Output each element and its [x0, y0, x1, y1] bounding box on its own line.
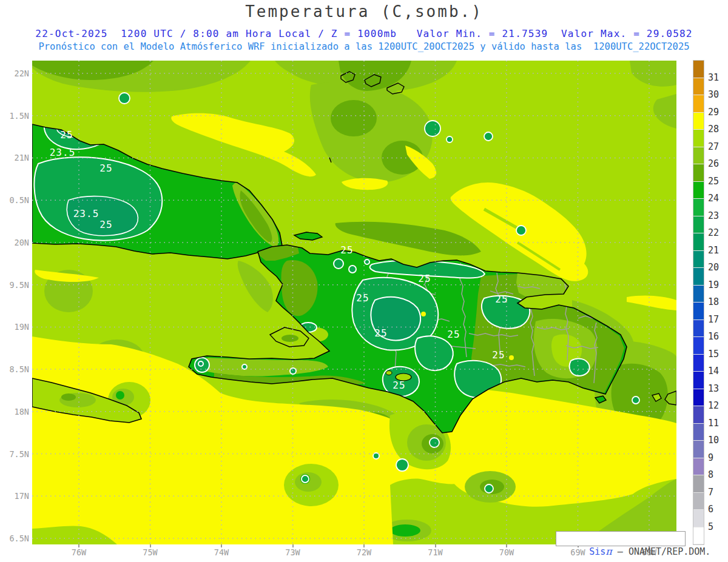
colorbar-segment — [693, 113, 704, 130]
colorbar-tick-17: 17 — [708, 315, 728, 325]
lat-label-9.5N: 9.5N — [1, 280, 29, 290]
watermark-sis: Sis — [589, 546, 605, 557]
lon-label-71W: 71W — [416, 547, 455, 557]
colorbar-segment — [693, 372, 704, 389]
colorbar-segment — [693, 320, 704, 338]
el-seibo-blob — [570, 358, 590, 376]
colorbar-segment — [693, 406, 704, 424]
colorbar-segment — [693, 424, 704, 441]
contour-label-25: 25 — [447, 329, 460, 340]
colorbar-segment — [693, 337, 704, 355]
temperature-field-map — [32, 61, 676, 544]
colorbar-tick-20: 20 — [708, 263, 728, 273]
colorbar-segment — [693, 303, 704, 320]
lon-label-70W: 70W — [487, 547, 526, 557]
lat-label-17N: 17N — [1, 491, 29, 501]
colorbar-segment — [693, 233, 704, 251]
colorbar-segment — [693, 182, 704, 199]
colorbar-tick-16: 16 — [708, 332, 728, 342]
colorbar-segment — [693, 389, 704, 407]
colorbar-tick-18: 18 — [708, 297, 728, 307]
lon-label-74W: 74W — [202, 547, 241, 557]
lon-tick — [150, 544, 151, 547]
colorbar-segment — [693, 268, 704, 286]
colorbar-segment — [693, 286, 704, 303]
colorbar-tick-9: 9 — [708, 453, 728, 463]
forecast-datetime-line: 22-Oct-2025 1200 UTC / 8:00 am Hora Loca… — [0, 28, 728, 39]
lat-label-18N: 18N — [1, 407, 29, 416]
colorbar-segment — [693, 61, 704, 78]
contour-label-23.5: 23.5 — [73, 208, 99, 219]
colorbar-tick-21: 21 — [708, 246, 728, 256]
contour-label-25: 25 — [99, 162, 112, 174]
lat-label-22N: 22N — [1, 69, 29, 78]
colorbar-tick-7: 7 — [708, 487, 728, 498]
contour-label-25: 25 — [340, 244, 353, 256]
colorbar-segment — [693, 527, 704, 545]
lon-label-73W: 73W — [274, 547, 312, 557]
contour-label-25: 25 — [418, 273, 431, 284]
colorbar-tick-31: 31 — [708, 73, 728, 83]
colorbar-tick-30: 30 — [708, 90, 728, 100]
colorbar-segment — [693, 510, 704, 527]
colorbar-segment — [693, 95, 704, 113]
colorbar-segment — [693, 355, 704, 372]
contour-label-25: 25 — [492, 349, 505, 361]
colorbar-segment — [693, 475, 704, 493]
lon-tick — [78, 544, 79, 547]
contour-label-25: 25 — [495, 293, 508, 305]
colorbar-tick-13: 13 — [708, 384, 728, 394]
colorbar-tick-19: 19 — [708, 280, 728, 290]
lat-label-8.5N: 8.5N — [1, 364, 29, 374]
colorbar-tick-15: 15 — [708, 349, 728, 360]
contour-label-25: 25 — [393, 380, 405, 391]
weather-map-page: Temperatura (C,somb.) 22-Oct-2025 1200 U… — [0, 0, 728, 562]
colorbar-tick-25: 25 — [708, 176, 728, 187]
colorbar-segment — [693, 441, 704, 458]
contour-label-25: 25 — [60, 129, 73, 141]
watermark-agency: – ONAMET/REP.DOM. — [612, 546, 711, 557]
colorbar — [693, 61, 704, 544]
colorbar-tick-8: 8 — [708, 470, 728, 480]
colorbar-tick-26: 26 — [708, 159, 728, 169]
colorbar-segment — [693, 251, 704, 269]
pi-symbol: π — [605, 546, 612, 557]
lon-tick — [363, 544, 365, 547]
colorbar-segment — [693, 130, 704, 147]
colorbar-tick-10: 10 — [708, 435, 728, 446]
lon-label-76W: 76W — [59, 547, 98, 557]
colorbar-segment — [693, 458, 704, 476]
colorbar-tick-12: 12 — [708, 401, 728, 411]
lat-label-1.5N: 1.5N — [1, 111, 29, 121]
colorbar-tick-28: 28 — [708, 124, 728, 135]
colorbar-tick-5: 5 — [708, 522, 728, 532]
contour-label-25: 25 — [99, 219, 112, 230]
lon-tick — [292, 544, 294, 547]
colorbar-tick-27: 27 — [708, 142, 728, 152]
contour-label-23.5: 23.5 — [50, 147, 76, 158]
lon-label-75W: 75W — [131, 547, 170, 557]
colorbar-segment — [693, 147, 704, 165]
colorbar-tick-24: 24 — [708, 193, 728, 204]
contour-label-25: 25 — [374, 327, 387, 339]
colorbar-tick-6: 6 — [708, 504, 728, 515]
lat-label-0.5N: 0.5N — [1, 195, 29, 205]
map-canvas: 2523.52523.5252525252525252525 Sisπ – ON… — [32, 61, 676, 544]
colorbar-segment — [693, 199, 704, 216]
lon-label-72W: 72W — [345, 547, 383, 557]
lat-label-6.5N: 6.5N — [1, 534, 29, 543]
page-title: Temperatura (C,somb.) — [0, 2, 728, 21]
lat-label-7.5N: 7.5N — [1, 449, 29, 459]
contour-label-25: 25 — [356, 292, 369, 304]
colorbar-tick-11: 11 — [708, 418, 728, 429]
lat-label-19N: 19N — [1, 322, 29, 332]
colorbar-tick-29: 29 — [708, 107, 728, 118]
model-info-line: Pronóstico con el Modelo Atmósferico WRF… — [0, 41, 728, 52]
colorbar-segment — [693, 493, 704, 510]
lon-tick — [435, 544, 436, 547]
colorbar-tick-23: 23 — [708, 211, 728, 221]
colorbar-tick-14: 14 — [708, 366, 728, 376]
colorbar-segment — [693, 216, 704, 234]
lon-tick — [221, 544, 222, 547]
colorbar-segment — [693, 78, 704, 96]
